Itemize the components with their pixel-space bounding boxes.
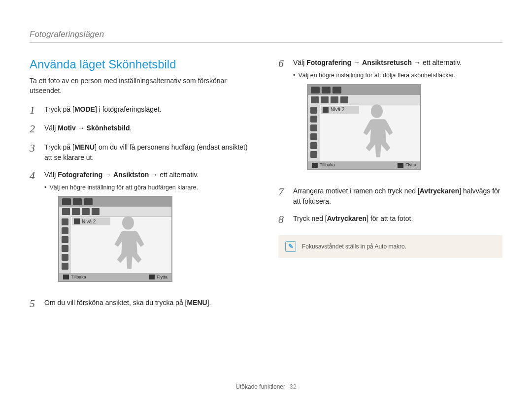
- step: 7Arrangera motivet i ramen och tryck ned…: [278, 186, 502, 207]
- step: 3Tryck på [MENU] om du vill få personens…: [30, 142, 254, 163]
- mode-icon: [84, 198, 93, 205]
- lcd-sidebar: [308, 105, 320, 161]
- hand-icon: [310, 142, 317, 149]
- section-title: Använda läget Skönhetsbild: [30, 58, 254, 71]
- lcd-top-bar: [59, 197, 171, 207]
- step-text: Välj Fotografering → Ansiktsretusch → et…: [293, 58, 462, 68]
- step-body: Välj Fotografering → Ansiktsretusch → et…: [293, 58, 462, 179]
- lcd-bottom-bar: Tillbaka Flytta: [308, 161, 420, 169]
- battery-icon: [310, 151, 317, 158]
- step-text: Arrangera motivet i ramen och tryck ned …: [293, 186, 502, 207]
- step-body: Välj Fotografering → Ansiktston → ett al…: [44, 170, 199, 291]
- retouch-icon: [331, 96, 338, 103]
- note-icon: ✎: [285, 241, 296, 252]
- move-hint: Flytta: [149, 274, 167, 281]
- step-number: 3: [30, 142, 38, 154]
- step: 8Tryck ned [Avtryckaren] för att ta foto…: [278, 214, 502, 225]
- grid-icon: [310, 133, 317, 140]
- footer-page: 32: [290, 383, 296, 390]
- move-hint: Flytta: [398, 162, 416, 169]
- step-sub-bullet: Välj en högre inställning för att dölja …: [293, 71, 462, 80]
- step-body: Tryck på [MODE] i fotograferingsläget.: [44, 104, 162, 115]
- face-detect-icon: [310, 107, 317, 114]
- step-body: Om du vill försköna ansiktet, ska du try…: [44, 298, 211, 308]
- retouch-icon: [340, 96, 348, 103]
- hand-icon: [62, 254, 68, 261]
- lcd-bottom-bar: Tillbaka Flytta: [59, 273, 171, 281]
- menu-icon: [63, 275, 69, 279]
- flash-icon: [62, 236, 68, 243]
- step-sub-bullet: Välj en högre inställning för att göra h…: [44, 183, 199, 192]
- step: 2Välj Motiv → Skönhetsbild.: [30, 123, 254, 135]
- right-steps: 6Välj Fotografering → Ansiktsretusch → e…: [278, 58, 502, 225]
- section-intro: Ta ett foto av en person med inställning…: [30, 76, 254, 95]
- mode-icon: [332, 87, 341, 93]
- step-body: Arrangera motivet i ramen och tryck ned …: [293, 186, 502, 207]
- grid-icon: [62, 245, 68, 252]
- manual-page: Fotograferingslägen Använda läget Skönhe…: [0, 0, 532, 401]
- person-silhouette: [352, 102, 401, 161]
- dpad-icon: [398, 163, 403, 168]
- step: 4Välj Fotografering → Ansiktston → ett a…: [30, 170, 254, 291]
- retouch-icon: [321, 96, 329, 103]
- note-text: Fokusavståndet ställs in på Auto makro.: [302, 243, 406, 250]
- step: 5Om du vill försköna ansiktet, ska du tr…: [30, 298, 254, 309]
- retouch-icon: [82, 208, 90, 215]
- step-text: Tryck ned [Avtryckaren] för att ta fotot…: [293, 214, 413, 224]
- camera-lcd: Nivå 2 Tillbaka Flytta: [307, 84, 421, 170]
- dpad-icon: [149, 275, 155, 279]
- battery-icon: [62, 263, 68, 270]
- lcd-sidebar: [59, 216, 71, 273]
- mode-icon: [73, 198, 82, 205]
- step-number: 4: [30, 170, 38, 182]
- retouch-icon: [72, 208, 80, 215]
- face-detect-icon: [62, 218, 68, 225]
- mode-icon: [311, 87, 320, 93]
- step-text: Tryck på [MENU] om du vill få personens …: [44, 142, 254, 163]
- step-body: Tryck ned [Avtryckaren] för att ta fotot…: [293, 214, 413, 224]
- menu-icon: [312, 163, 318, 168]
- step-number: 7: [278, 186, 287, 198]
- step-number: 5: [30, 298, 38, 309]
- step-body: Välj Motiv → Skönhetsbild.: [44, 123, 132, 133]
- step-text: Tryck på [MODE] i fotograferingsläget.: [44, 104, 162, 115]
- star-icon: [62, 227, 68, 234]
- left-column: Använda läget Skönhetsbild Ta ett foto a…: [30, 58, 254, 317]
- step-number: 6: [278, 58, 287, 69]
- step-number: 8: [278, 214, 287, 225]
- left-steps: 1Tryck på [MODE] i fotograferingsläget.2…: [30, 104, 254, 309]
- back-hint: Tillbaka: [312, 162, 335, 169]
- back-hint: Tillbaka: [63, 274, 86, 281]
- breadcrumb: Fotograferingslägen: [30, 30, 502, 43]
- camera-lcd: Nivå 2 Tillbaka Flytta: [58, 196, 172, 282]
- person-silhouette: [103, 214, 153, 273]
- retouch-icon: [62, 208, 70, 215]
- flash-icon: [310, 124, 317, 131]
- page-footer: Utökade funktioner 32: [0, 383, 532, 390]
- retouch-icon: [311, 96, 319, 103]
- step: 6Välj Fotografering → Ansiktsretusch → e…: [278, 58, 502, 179]
- retouch-icon: [92, 208, 100, 215]
- footer-section: Utökade funktioner: [235, 383, 285, 390]
- step-text: Om du vill försköna ansiktet, ska du try…: [44, 298, 211, 308]
- note-box: ✎ Fokusavståndet ställs in på Auto makro…: [278, 235, 502, 258]
- step: 1Tryck på [MODE] i fotograferingsläget.: [30, 104, 254, 116]
- step-body: Tryck på [MENU] om du vill få personens …: [44, 142, 254, 163]
- lcd-top-bar: [308, 85, 420, 95]
- content-columns: Använda läget Skönhetsbild Ta ett foto a…: [30, 58, 502, 317]
- mode-icon: [62, 198, 71, 205]
- step-number: 2: [30, 123, 38, 135]
- step-text: Välj Fotografering → Ansiktston → ett al…: [44, 170, 199, 180]
- step-number: 1: [30, 104, 38, 116]
- star-icon: [310, 116, 317, 123]
- right-column: 6Välj Fotografering → Ansiktsretusch → e…: [278, 58, 502, 317]
- mode-icon: [322, 87, 331, 93]
- step-text: Välj Motiv → Skönhetsbild.: [44, 123, 132, 133]
